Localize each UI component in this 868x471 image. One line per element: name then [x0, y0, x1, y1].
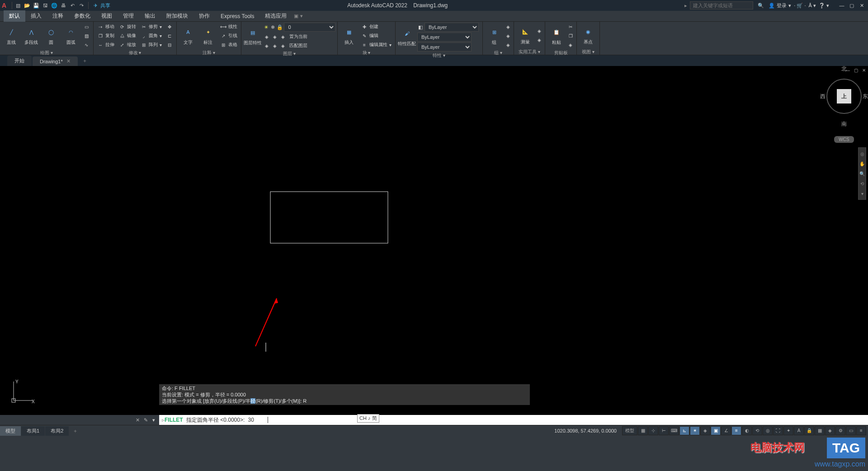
- panel-layer-title[interactable]: 图层 ▾: [243, 50, 335, 58]
- workspace-toggle[interactable]: ✦: [783, 426, 793, 435]
- cleanscreen-toggle[interactable]: ▭: [846, 426, 856, 435]
- nav-zoom-icon[interactable]: 🔍: [859, 170, 866, 178]
- layer-setcurrent[interactable]: 置为当前: [288, 33, 309, 41]
- app-icon[interactable]: Å ▾: [809, 3, 816, 9]
- table-button[interactable]: ⊞表格: [218, 41, 239, 49]
- viewcube[interactable]: 北 西 上 东 南 WCS: [826, 72, 862, 143]
- help-icon[interactable]: ❔ ▾: [819, 3, 829, 9]
- plot-icon[interactable]: 🖶: [59, 1, 67, 9]
- circle-button[interactable]: ◯圆: [42, 23, 61, 48]
- layer-tool1[interactable]: ◈: [263, 33, 270, 41]
- modify-extra3[interactable]: ⊟: [165, 41, 175, 49]
- annoscale-toggle[interactable]: ⛶: [773, 426, 783, 435]
- close-icon[interactable]: ✕: [857, 1, 866, 9]
- tab-output[interactable]: 输出: [139, 10, 161, 22]
- panel-group-title[interactable]: 组 ▾: [485, 49, 512, 57]
- tab-default[interactable]: 默认: [4, 10, 25, 22]
- move-button[interactable]: ⇢移动: [95, 23, 116, 31]
- search-input[interactable]: [690, 1, 753, 9]
- transparency-toggle[interactable]: ◐: [742, 426, 752, 435]
- group-tool1[interactable]: ◈: [505, 23, 512, 31]
- arc-button[interactable]: ◠圆弧: [61, 23, 80, 48]
- layer-tool6[interactable]: ◈: [279, 42, 287, 50]
- leader-button[interactable]: ↗引线: [218, 32, 239, 40]
- draw-extra1[interactable]: ▭: [81, 23, 91, 31]
- tab-addins[interactable]: 附加模块: [161, 10, 193, 22]
- trim-button[interactable]: ✂修剪 ▾: [139, 23, 164, 31]
- new-icon[interactable]: ▧: [14, 1, 22, 9]
- tab-view[interactable]: 视图: [96, 10, 118, 22]
- layer-tool3[interactable]: ◈: [279, 33, 287, 41]
- rotate-button[interactable]: ⟳旋转: [117, 23, 138, 31]
- cart-icon[interactable]: · 🛒 ·: [794, 3, 806, 9]
- viewcube-top[interactable]: 上: [837, 89, 851, 104]
- stretch-button[interactable]: ↔拉伸: [95, 41, 116, 49]
- tab-layout1[interactable]: 布局1: [21, 426, 45, 436]
- linear-button[interactable]: ⟷线性: [218, 23, 239, 31]
- array-button[interactable]: ⊞阵列 ▾: [139, 41, 164, 49]
- layer-tool4[interactable]: ◈: [263, 42, 270, 50]
- panel-modify-title[interactable]: 修改 ▾: [95, 49, 175, 57]
- tab-featured[interactable]: 精选应用: [259, 10, 292, 22]
- nav-orbit-icon[interactable]: ⟲: [859, 179, 866, 188]
- util-tool2[interactable]: ◈: [536, 36, 543, 44]
- app-logo[interactable]: A: [2, 2, 6, 9]
- insert-button[interactable]: ▦插入: [340, 23, 359, 48]
- command-line[interactable]: ✕ ✎ ▾ ▹ FILLET 指定圆角半径 <0.0000>: 30 CH ♪ …: [0, 415, 868, 425]
- undo-icon[interactable]: ↶: [68, 1, 76, 9]
- share-icon[interactable]: ✈: [91, 1, 99, 9]
- command-input[interactable]: ▹ FILLET 指定圆角半径 <0.0000>: 30: [159, 415, 868, 425]
- clip-tool1[interactable]: ✂: [567, 23, 575, 31]
- scale-button[interactable]: ⤢缩放: [117, 41, 138, 49]
- modify-extra1[interactable]: ✥: [165, 23, 175, 31]
- color-dropdown[interactable]: ByLayer: [425, 23, 479, 32]
- dynamic-toggle[interactable]: ⌨: [669, 426, 679, 435]
- draw-extra3[interactable]: ∿: [81, 41, 91, 49]
- layer-tool5[interactable]: ◈: [271, 42, 278, 50]
- cycling-toggle[interactable]: ⟲: [752, 426, 762, 435]
- group-tool2[interactable]: ◈: [505, 32, 512, 40]
- viewcube-north[interactable]: 北: [841, 65, 847, 73]
- wcs-label[interactable]: WCS: [834, 136, 854, 143]
- text-button[interactable]: A文字: [179, 23, 198, 48]
- tab-add-icon[interactable]: ＋: [79, 56, 91, 66]
- panel-props-title[interactable]: 特性 ▾: [397, 52, 481, 60]
- tab-layout2[interactable]: 布局2: [45, 426, 69, 436]
- copy-button[interactable]: ❐复制: [95, 32, 116, 40]
- fillet-button[interactable]: ◞圆角 ▾: [139, 32, 164, 40]
- layer-tool2[interactable]: ◈: [271, 33, 278, 41]
- polyline-button[interactable]: ⋀多段线: [22, 23, 41, 48]
- rectangle-object[interactable]: [270, 192, 388, 243]
- tab-collab[interactable]: 协作: [193, 10, 215, 22]
- line-button[interactable]: ╱直线: [2, 23, 21, 48]
- redo-icon[interactable]: ↷: [77, 1, 85, 9]
- util-tool1[interactable]: ◈: [536, 27, 543, 35]
- snap-toggle[interactable]: ⊹: [648, 426, 658, 435]
- group-button[interactable]: ⊞组: [485, 23, 504, 48]
- ortho-toggle[interactable]: ⊾: [679, 426, 689, 435]
- grid-toggle[interactable]: ▦: [638, 426, 648, 435]
- tab-drawing1[interactable]: Drawing1* ✕: [33, 57, 78, 66]
- draw-extra2[interactable]: ▨: [81, 32, 91, 40]
- viewcube-south[interactable]: 南: [841, 120, 847, 128]
- nav-wheel-icon[interactable]: ◎: [859, 150, 866, 158]
- customize-toggle[interactable]: ≡: [856, 426, 866, 435]
- tab-model[interactable]: 模型: [0, 426, 21, 436]
- login-button[interactable]: 👤 登录 ▾: [769, 2, 791, 9]
- clip-tool2[interactable]: ❐: [567, 32, 575, 40]
- share-label[interactable]: 共享: [100, 2, 110, 9]
- cmdline-close-icon[interactable]: ✕: [134, 416, 141, 424]
- lineweight-dropdown[interactable]: ByLayer: [417, 33, 472, 42]
- block-create[interactable]: ✚创建: [359, 23, 393, 31]
- drawing-canvas[interactable]: — ▢ ✕ 北 西 上 东 南 WCS ◎ ✋ 🔍 ⟲ ▾ Y X: [0, 66, 868, 415]
- panel-util-title[interactable]: 实用工具 ▾: [516, 48, 543, 56]
- search-icon[interactable]: 🔍: [756, 3, 766, 9]
- tab-close-icon[interactable]: ✕: [66, 58, 71, 64]
- layer-match[interactable]: 匹配图层: [288, 42, 309, 50]
- panel-annot-title[interactable]: 注释 ▾: [179, 49, 239, 57]
- units-toggle[interactable]: 🔒: [804, 426, 814, 435]
- group-tool3[interactable]: ◈: [505, 41, 512, 49]
- dw-close-icon[interactable]: ✕: [861, 67, 867, 73]
- panel-block-title[interactable]: 块 ▾: [340, 49, 393, 57]
- clip-tool3[interactable]: ◈: [567, 41, 575, 49]
